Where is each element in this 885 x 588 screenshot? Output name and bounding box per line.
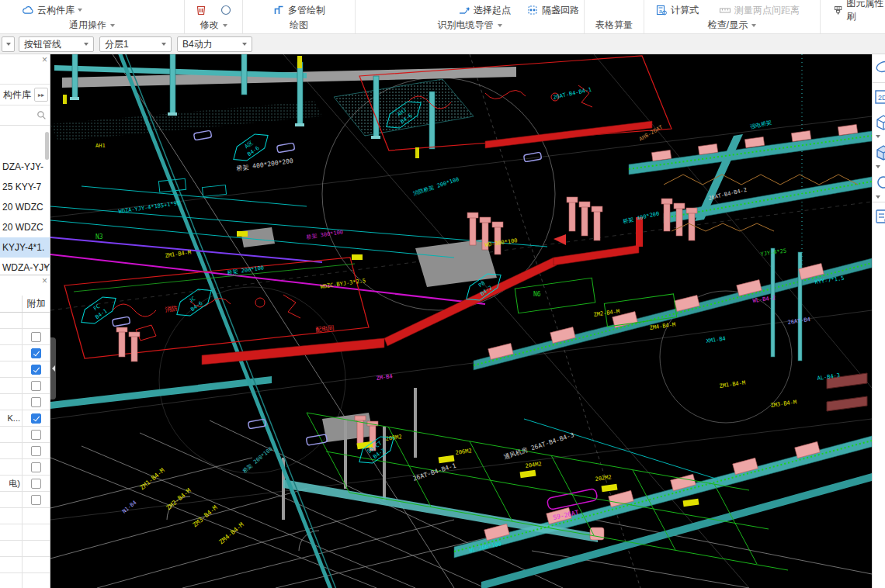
chevron-down-icon[interactable] bbox=[876, 135, 880, 138]
attach-checkbox[interactable] bbox=[31, 332, 41, 342]
attach-checkbox[interactable] bbox=[31, 462, 41, 472]
rotate-view-icon[interactable] bbox=[874, 173, 885, 192]
catalog-item[interactable]: 20 WDZC bbox=[0, 217, 50, 237]
group-label-identify[interactable]: 识别电缆导管 bbox=[356, 19, 584, 32]
circle-tool-icon[interactable] bbox=[220, 4, 232, 16]
attach-row-label: K... bbox=[0, 410, 23, 426]
catalog-item[interactable]: DZA-YJY- bbox=[0, 157, 50, 177]
attach-row bbox=[0, 524, 50, 541]
attach-checkbox[interactable] bbox=[31, 430, 41, 440]
attach-checkbox[interactable] bbox=[31, 365, 41, 375]
group-label-check-display[interactable]: 检查/显示 bbox=[644, 19, 820, 32]
chevron-down-icon bbox=[223, 24, 227, 27]
pipe-type-combo[interactable]: 按钮管线 bbox=[19, 36, 94, 52]
attach-row-label bbox=[0, 345, 23, 361]
attach-col2-header: 附加 bbox=[23, 296, 50, 312]
svg-text:a: a bbox=[659, 9, 662, 14]
measure-icon bbox=[719, 4, 731, 16]
2d-view-icon[interactable]: 2D bbox=[874, 88, 885, 106]
attach-col1-header bbox=[0, 296, 23, 312]
ribbon-group-draw: 多管绘制 绘图 bbox=[243, 0, 356, 33]
catalog-search-input[interactable] bbox=[0, 105, 50, 126]
2d-label: 2D bbox=[878, 94, 885, 102]
application-window: 云构件库 通用操作 修改 bbox=[0, 0, 885, 588]
component-library-panel: × 构件库 ▸▸ DZA-YJY-25 KYY-720 WDZC20 WDZCK… bbox=[0, 54, 50, 275]
catalog-item[interactable]: WDZA-YJY bbox=[0, 258, 50, 275]
ribbon-group-identify: 选择起点 隔盏回路 识别电缆导管 bbox=[356, 0, 585, 33]
3d-solid-view-icon[interactable] bbox=[874, 143, 885, 161]
system-combo[interactable]: B4动力 bbox=[177, 36, 252, 52]
selection-toolbar: 按钮管线 分层1 B4动力 bbox=[0, 34, 885, 54]
svg-text:AH1: AH1 bbox=[95, 143, 106, 149]
catalog-item[interactable]: KYJY-4*1. bbox=[0, 237, 50, 258]
attach-row bbox=[0, 492, 50, 508]
chevron-down-icon bbox=[242, 43, 247, 46]
attach-checkbox[interactable] bbox=[31, 495, 41, 505]
catalog-item[interactable]: 25 KYY-7 bbox=[0, 177, 50, 197]
attach-row-label bbox=[0, 394, 23, 410]
attach-checkbox[interactable] bbox=[31, 397, 41, 407]
attach-row bbox=[0, 557, 50, 573]
attach-checkbox[interactable] bbox=[31, 413, 41, 424]
chevron-down-icon bbox=[78, 9, 82, 12]
attach-row-label bbox=[0, 361, 23, 377]
attach-row-label bbox=[0, 492, 23, 507]
chevron-down-icon[interactable] bbox=[876, 165, 880, 168]
chevron-down-icon[interactable] bbox=[876, 195, 880, 199]
chevron-down-icon bbox=[751, 24, 756, 27]
group-label-table-calc[interactable]: 表格算量 bbox=[585, 19, 644, 32]
panel-collapse-handle[interactable] bbox=[50, 337, 56, 399]
attach-row-label bbox=[0, 508, 23, 524]
chevron-down-icon bbox=[110, 24, 115, 27]
property-brush-button[interactable]: 图元属性刷 bbox=[833, 0, 885, 23]
expand-double-arrow-icon[interactable]: ▸▸ bbox=[34, 88, 48, 102]
attach-row bbox=[0, 394, 50, 410]
ribbon-group-table-calc: 表格算量 bbox=[585, 0, 644, 33]
scrollbar-thumb[interactable] bbox=[45, 132, 49, 160]
skip-circuit-icon bbox=[526, 4, 539, 16]
chevron-down-icon bbox=[498, 24, 502, 27]
expand-right-icon[interactable]: ▸ bbox=[44, 262, 48, 270]
attach-checkbox[interactable] bbox=[31, 381, 41, 391]
3d-wire-view-icon[interactable] bbox=[874, 112, 885, 131]
multi-pipe-draw-button[interactable]: 多管绘制 bbox=[272, 4, 325, 17]
close-icon[interactable]: × bbox=[42, 276, 47, 285]
select-start-icon bbox=[458, 4, 470, 16]
group-label-general[interactable]: 通用操作 bbox=[0, 19, 184, 32]
attach-checkbox[interactable] bbox=[31, 348, 41, 358]
close-icon[interactable]: × bbox=[42, 55, 47, 64]
layer-combo[interactable]: 分层1 bbox=[99, 36, 172, 52]
attach-checkbox[interactable] bbox=[31, 446, 41, 456]
ribbon-group-property-brush: 图元属性刷 bbox=[821, 0, 885, 33]
attach-row bbox=[0, 443, 50, 459]
measure-distance-button[interactable]: 测量两点间距离 bbox=[719, 4, 800, 17]
select-start-button[interactable]: 选择起点 bbox=[458, 4, 511, 17]
ribbon-group-check-display: a 计算式 测量两点间距离 检查/显示 bbox=[644, 0, 821, 33]
attach-row bbox=[0, 541, 50, 557]
attach-row-label bbox=[0, 557, 23, 572]
ribbon-toolbar: 云构件库 通用操作 修改 bbox=[0, 0, 885, 34]
attach-checkbox[interactable] bbox=[31, 479, 41, 489]
model-view-canvas[interactable]: 桥架 400*200*200WDZA-YJY-4*185+1*95桥架 300*… bbox=[50, 54, 872, 588]
formula-icon: a bbox=[655, 4, 668, 16]
formula-button[interactable]: a 计算式 bbox=[655, 4, 699, 17]
attach-row-label bbox=[0, 459, 23, 475]
catalog-item[interactable]: 20 WDZC bbox=[0, 197, 50, 217]
catalog-tab[interactable]: 构件库 ▸▸ bbox=[0, 84, 50, 105]
multi-pipe-icon bbox=[272, 4, 285, 16]
attach-row-label bbox=[0, 541, 23, 556]
collapse-left-icon bbox=[52, 365, 55, 372]
chevron-down-icon bbox=[161, 43, 166, 46]
orbit-view-icon[interactable] bbox=[874, 57, 885, 76]
skip-circuit-button[interactable]: 隔盏回路 bbox=[526, 4, 579, 17]
cloud-library-button[interactable]: 云构件库 bbox=[22, 4, 82, 17]
attach-row-label bbox=[0, 378, 23, 393]
cloud-icon bbox=[22, 4, 34, 16]
group-label-modify[interactable]: 修改 bbox=[185, 19, 242, 32]
display-settings-icon[interactable] bbox=[874, 207, 885, 226]
attach-row bbox=[0, 345, 50, 361]
clipped-combo[interactable] bbox=[2, 36, 15, 52]
break-icon[interactable] bbox=[195, 4, 207, 16]
group-label-draw[interactable]: 绘图 bbox=[243, 19, 355, 32]
attach-properties-panel: × 附加 K...电) bbox=[0, 275, 50, 588]
